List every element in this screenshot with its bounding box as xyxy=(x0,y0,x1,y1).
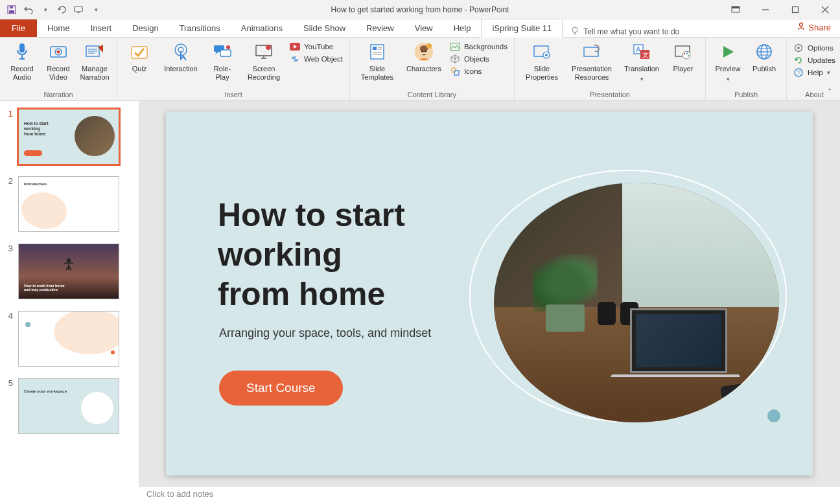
group-narration: Record Audio Record Video Manage Narrati… xyxy=(0,38,117,100)
file-tab[interactable]: File xyxy=(0,19,37,37)
tell-me-placeholder: Tell me what you want to do xyxy=(583,27,679,36)
characters-button[interactable]: Characters xyxy=(401,39,447,76)
svg-point-65 xyxy=(797,47,800,49)
help-button[interactable]: ?Help ▾ xyxy=(793,67,835,78)
backgrounds-button[interactable]: Backgrounds xyxy=(450,41,508,52)
svg-point-31 xyxy=(266,45,271,50)
qat-customize-icon[interactable]: ▾ xyxy=(89,3,102,16)
share-label: Share xyxy=(808,23,831,32)
notes-pane[interactable]: Click to add notes xyxy=(139,486,840,504)
tell-me-search[interactable]: Tell me what you want to do xyxy=(563,26,687,37)
svg-rect-34 xyxy=(373,47,377,50)
record-audio-button[interactable]: Record Audio xyxy=(4,39,40,84)
share-button[interactable]: Share xyxy=(797,22,831,33)
ribbon: Record Audio Record Video Manage Narrati… xyxy=(0,38,840,101)
checkmark-icon xyxy=(129,41,150,62)
redo-icon[interactable] xyxy=(56,3,69,16)
svg-point-42 xyxy=(426,43,432,49)
web-object-button[interactable]: Web Object xyxy=(290,54,343,64)
svg-rect-43 xyxy=(450,43,460,51)
template-icon xyxy=(367,41,388,62)
translation-button[interactable]: A文 Translation▾ xyxy=(618,39,665,85)
slide-subtitle-text[interactable]: Arranging your space, tools, and mindset xyxy=(219,326,431,340)
lightbulb-icon xyxy=(570,26,579,37)
maximize-icon[interactable] xyxy=(780,0,810,19)
close-icon[interactable] xyxy=(810,0,840,19)
globe-icon xyxy=(754,41,775,62)
youtube-icon xyxy=(290,41,300,52)
ribbon-display-options-icon[interactable] xyxy=(721,0,751,19)
svg-text:?: ? xyxy=(797,69,800,76)
tab-insert[interactable]: Insert xyxy=(80,19,122,37)
svg-text:文: 文 xyxy=(642,51,649,58)
slide-canvas[interactable]: How to start working from home Arranging… xyxy=(166,111,813,475)
slide-image[interactable] xyxy=(482,176,793,435)
slide-templates-button[interactable]: Slide Templates xyxy=(354,39,401,84)
tab-transitions[interactable]: Transitions xyxy=(169,19,231,37)
icons-button[interactable]: Icons xyxy=(450,66,508,76)
group-insert: Quiz Interaction Role- Play Screen Recor… xyxy=(117,38,350,100)
roleplay-button[interactable]: Role- Play xyxy=(204,39,240,84)
quiz-button[interactable]: Quiz xyxy=(121,39,158,76)
monitor-record-icon xyxy=(253,41,274,62)
thumbnail-5[interactable]: 5 Create your workspace xyxy=(4,378,135,434)
thumbnail-2[interactable]: 2 Introduction xyxy=(4,176,135,232)
svg-rect-5 xyxy=(732,6,740,8)
minimize-icon[interactable] xyxy=(751,0,780,19)
collapse-ribbon-icon[interactable]: ⌃ xyxy=(827,87,837,98)
preview-button[interactable]: Preview▾ xyxy=(710,39,746,85)
svg-rect-1 xyxy=(9,10,14,13)
manage-narration-button[interactable]: Manage Narration xyxy=(76,39,113,84)
start-course-button[interactable]: Start Course xyxy=(219,371,343,406)
objects-button[interactable]: Objects xyxy=(450,54,508,64)
undo-icon[interactable] xyxy=(22,3,35,16)
start-from-beginning-icon[interactable] xyxy=(73,3,86,16)
window-title: How to get started working from home - P… xyxy=(331,5,509,14)
svg-point-57 xyxy=(686,52,688,54)
group-publish: Preview▾ Publish Publish xyxy=(706,38,787,100)
tab-ispring[interactable]: iSpring Suite 11 xyxy=(481,19,563,38)
record-video-button[interactable]: Record Video xyxy=(40,39,76,84)
shapes-icon xyxy=(450,66,460,76)
group-label: Content Library xyxy=(354,90,510,100)
tab-home[interactable]: Home xyxy=(37,19,80,37)
slide-gear-icon xyxy=(531,41,552,62)
svg-point-13 xyxy=(800,23,803,27)
group-content-library: Slide Templates Characters Backgrounds O… xyxy=(350,38,515,100)
tab-help[interactable]: Help xyxy=(443,19,482,37)
thumbnail-1[interactable]: 1 How to start working from home xyxy=(4,109,135,165)
publish-button[interactable]: Publish xyxy=(746,39,782,76)
svg-rect-22 xyxy=(132,47,147,58)
slide-title-text[interactable]: How to start working from home xyxy=(218,196,405,314)
tab-animations[interactable]: Animations xyxy=(231,19,293,37)
tab-view[interactable]: View xyxy=(404,19,443,37)
player-button[interactable]: Player xyxy=(665,39,701,76)
player-palette-icon xyxy=(673,41,694,62)
thumbnail-3[interactable]: 3 How to work from home and stay product… xyxy=(4,244,135,299)
camera-icon xyxy=(48,41,69,62)
presentation-resources-button[interactable]: Presentation Resources xyxy=(565,39,618,84)
save-icon[interactable] xyxy=(5,3,18,16)
tab-review[interactable]: Review xyxy=(356,19,404,37)
group-label: Narration xyxy=(4,90,113,100)
thumbnail-4[interactable]: 4 xyxy=(4,311,135,367)
group-label: Publish xyxy=(710,90,782,100)
options-button[interactable]: Options xyxy=(793,43,835,53)
tab-slideshow[interactable]: Slide Show xyxy=(293,19,356,37)
slide-properties-button[interactable]: Slide Properties xyxy=(519,39,565,84)
updates-button[interactable]: Updates xyxy=(793,55,835,65)
slide-thumbnails[interactable]: 1 How to start working from home 2 Intro… xyxy=(0,101,139,504)
svg-point-27 xyxy=(226,45,230,49)
group-label: Presentation xyxy=(519,90,701,100)
screen-recording-button[interactable]: Screen Recording xyxy=(240,39,287,84)
workspace: 1 How to start working from home 2 Intro… xyxy=(0,101,840,504)
attachment-icon xyxy=(581,41,602,62)
interaction-button[interactable]: Interaction xyxy=(158,39,204,76)
gear-icon xyxy=(793,43,804,53)
cube-icon xyxy=(450,54,460,64)
svg-rect-7 xyxy=(793,6,799,12)
undo-dropdown-icon[interactable]: ▾ xyxy=(39,3,52,16)
svg-point-17 xyxy=(57,51,60,54)
youtube-button[interactable]: YouTube xyxy=(290,41,343,52)
tab-design[interactable]: Design xyxy=(122,19,169,37)
